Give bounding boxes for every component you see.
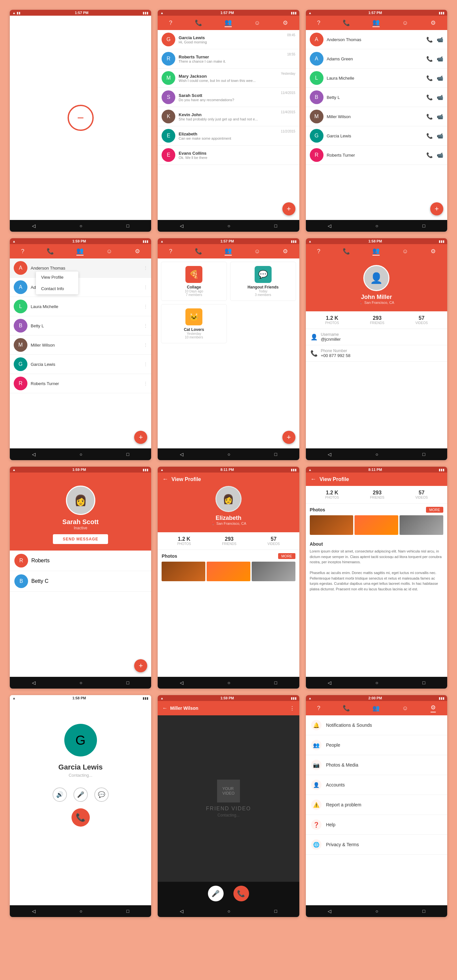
settings-report[interactable]: ⚠️ Report a problem: [306, 795, 447, 815]
home-icon-6[interactable]: ○: [376, 452, 378, 457]
back-arrow-8[interactable]: ←: [162, 476, 168, 483]
contact-roberts-card[interactable]: R Roberts: [10, 550, 151, 571]
contact-anderson-4[interactable]: A Anderson Thomas ⋮: [10, 258, 151, 278]
end-video-call-button[interactable]: 📞: [233, 886, 249, 901]
back-icon-4[interactable]: ◁: [32, 452, 36, 457]
more-icon-miller[interactable]: ⋮: [143, 342, 148, 348]
settings-photos[interactable]: 📷 Photos & Media: [306, 755, 447, 775]
recents-icon-4[interactable]: □: [126, 452, 129, 457]
end-call-button[interactable]: 📞: [72, 808, 90, 827]
nav-emoji-6[interactable]: ☺: [402, 248, 408, 255]
nav-help-3[interactable]: ?: [317, 19, 320, 26]
recents-icon[interactable]: □: [126, 223, 129, 228]
nav-settings-5[interactable]: ⚙: [283, 248, 288, 255]
settings-notifications[interactable]: 🔔 Notifications & Sounds: [306, 715, 447, 735]
settings-accounts[interactable]: 👤 Accounts: [306, 775, 447, 795]
home-icon-12[interactable]: ○: [376, 908, 378, 914]
back-icon-11[interactable]: ◁: [180, 908, 183, 914]
recents-icon-2[interactable]: □: [274, 223, 277, 228]
recents-icon-8[interactable]: □: [274, 680, 277, 685]
nav-call-12[interactable]: 📞: [343, 705, 350, 712]
nav-emoji-5[interactable]: ☺: [254, 248, 260, 255]
home-icon-3[interactable]: ○: [376, 223, 378, 228]
home-icon-5[interactable]: ○: [228, 452, 230, 457]
recents-icon-11[interactable]: □: [274, 908, 277, 914]
chat-item-sarah[interactable]: S Sarah Scott Do you have any recomendat…: [158, 88, 299, 107]
nav-contacts-12[interactable]: 👥: [373, 705, 380, 712]
chat-item-mary[interactable]: M Mary Jackson Wish I could come, but Im…: [158, 68, 299, 88]
call-icon-miller[interactable]: 📞: [426, 114, 433, 120]
group-hangout[interactable]: 💬 Hangout Friends Today3 members: [230, 262, 296, 301]
nav-call-5[interactable]: 📞: [195, 248, 202, 255]
video-icon-garcia-3[interactable]: 📹: [437, 133, 443, 139]
video-icon-laura[interactable]: 📹: [437, 75, 443, 81]
back-icon-3[interactable]: ◁: [328, 223, 331, 228]
fab-chat[interactable]: +: [282, 202, 295, 215]
more-button-8[interactable]: MORE: [278, 553, 295, 559]
nav-settings-12[interactable]: ⚙: [431, 704, 436, 713]
nav-contacts[interactable]: 👥: [225, 19, 232, 27]
contact-laura-4[interactable]: L Laura Michelle ⋮: [10, 297, 151, 316]
call-icon-laura[interactable]: 📞: [426, 75, 433, 81]
chat-item-garcia[interactable]: G Garcia Lewis Hi, Good morning 09:45: [158, 30, 299, 49]
more-icon-adams[interactable]: ⋮: [143, 285, 148, 290]
menu-view-profile[interactable]: View Profile: [36, 272, 78, 283]
nav-contacts-5[interactable]: 👥: [225, 247, 232, 256]
nav-call-4[interactable]: 📞: [47, 248, 54, 255]
back-arrow-11[interactable]: ←: [162, 705, 167, 711]
chat-item-elizabeth[interactable]: E Elizabeth Can we make some appointment…: [158, 126, 299, 146]
contact-anderson[interactable]: A Anderson Thomas 📞 📹: [306, 30, 447, 49]
chat-item-roberts[interactable]: R Roberts Turner There a chance I can ma…: [158, 49, 299, 68]
video-icon-anderson[interactable]: 📹: [437, 37, 443, 43]
recents-icon-10[interactable]: □: [126, 908, 129, 914]
menu-contact-info[interactable]: Contact Info: [36, 283, 78, 294]
nav-settings[interactable]: ⚙: [283, 19, 288, 26]
recents-icon-6[interactable]: □: [422, 452, 425, 457]
message-button[interactable]: 💬: [94, 788, 109, 802]
group-collage[interactable]: 🍕 Collage 10 Days ago7 members: [161, 262, 227, 301]
home-icon[interactable]: ○: [80, 223, 82, 228]
more-button-9[interactable]: MORE: [426, 507, 443, 513]
home-icon-7[interactable]: ○: [80, 680, 82, 685]
recents-icon-3[interactable]: □: [422, 223, 425, 228]
video-icon-adams[interactable]: 📹: [437, 56, 443, 62]
nav-help-4[interactable]: ?: [21, 248, 24, 255]
contact-betty[interactable]: B Betty L 📞 📹: [306, 88, 447, 107]
more-icon-roberts-4[interactable]: ⋮: [143, 381, 148, 386]
nav-emoji[interactable]: ☺: [254, 19, 260, 26]
contact-adams-4[interactable]: A Adams Green ⋮: [10, 278, 151, 297]
nav-emoji-12[interactable]: ☺: [402, 705, 408, 712]
nav-call-6[interactable]: 📞: [343, 248, 350, 255]
contact-betty-4[interactable]: B Betty L ⋮: [10, 316, 151, 336]
nav-settings-4[interactable]: ⚙: [135, 248, 140, 255]
nav-contacts-4[interactable]: 👥: [76, 247, 84, 256]
recents-icon-5[interactable]: □: [274, 452, 277, 457]
chat-item-kevin[interactable]: K Kevin John She had probably only just …: [158, 107, 299, 126]
nav-help-6[interactable]: ?: [317, 248, 320, 255]
back-icon-5[interactable]: ◁: [180, 452, 183, 457]
more-icon-laura[interactable]: ⋮: [143, 304, 148, 309]
nav-call-3[interactable]: 📞: [343, 19, 350, 26]
back-arrow-9[interactable]: ←: [311, 476, 316, 483]
contact-roberts-3[interactable]: R Roberts Turner 📞 📹: [306, 146, 447, 165]
recents-icon-12[interactable]: □: [422, 908, 425, 914]
mic-button-video[interactable]: 🎤: [208, 886, 224, 901]
contact-miller-4[interactable]: M Miller Wilson ⋮: [10, 336, 151, 355]
nav-call[interactable]: 📞: [195, 19, 202, 26]
back-icon-7[interactable]: ◁: [32, 680, 36, 685]
call-icon-anderson[interactable]: 📞: [426, 37, 433, 43]
settings-help[interactable]: ❓ Help: [306, 815, 447, 835]
nav-contacts-3[interactable]: 👥: [373, 19, 380, 27]
settings-people[interactable]: 👥 People: [306, 735, 447, 755]
home-icon-11[interactable]: ○: [228, 908, 230, 914]
nav-settings-3[interactable]: ⚙: [431, 19, 436, 26]
speaker-button[interactable]: 🔊: [53, 788, 67, 802]
group-cats[interactable]: 🐱 Cat Lovers Yesterday10 members: [161, 304, 227, 343]
recents-icon-7[interactable]: □: [126, 680, 129, 685]
nav-help-5[interactable]: ?: [169, 248, 172, 255]
back-icon-2[interactable]: ◁: [180, 223, 183, 228]
video-icon-roberts-3[interactable]: 📹: [437, 152, 443, 158]
contact-garcia-4[interactable]: G Garcia Lewis ⋮: [10, 355, 151, 374]
contact-betty-card[interactable]: B Betty C: [10, 571, 151, 592]
send-message-button[interactable]: SEND MESSAGE: [53, 534, 108, 544]
